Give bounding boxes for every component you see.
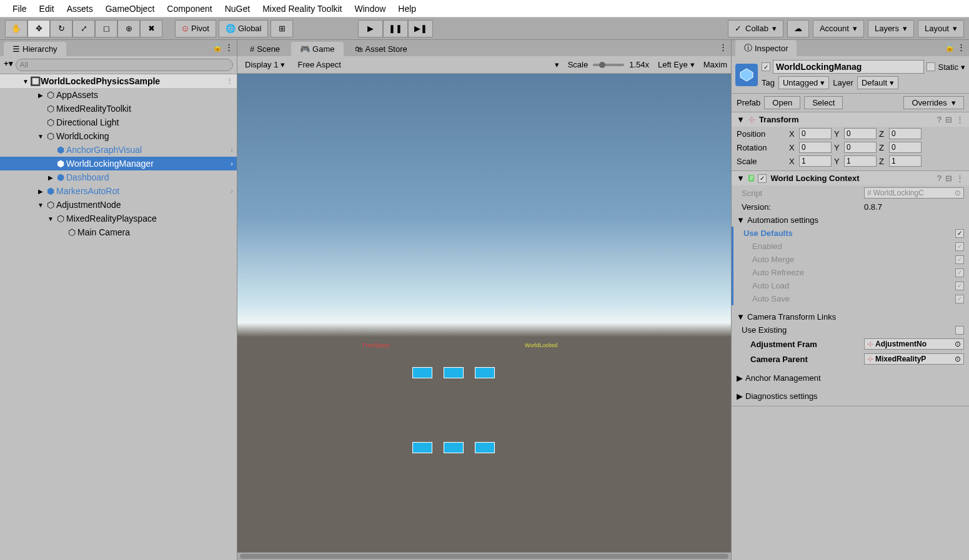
move-tool[interactable]: ✥ [27, 20, 50, 37]
global-toggle[interactable]: 🌐Global [219, 20, 269, 37]
enabled-checkbox[interactable]: ✓ [955, 242, 964, 251]
transform-header[interactable]: ▼⊹ Transform ?⊟⋮ [732, 112, 969, 127]
tree-markers[interactable]: ▶⬢MarkersAutoRot› [0, 184, 237, 198]
menu-assets[interactable]: Assets [61, 4, 99, 14]
aspect-dropdown[interactable]: Free Aspect▾ [294, 59, 562, 71]
autorefreeze-checkbox[interactable]: ✓ [955, 268, 964, 277]
play-button[interactable]: ▶ [358, 20, 383, 37]
toolbar: ✋ ✥ ↻ ⤢ ◻ ⊕ ✖ ⊙Pivot 🌐Global ⊞ ▶ ❚❚ ▶❚ ✓… [0, 17, 969, 40]
menu-icon[interactable]: ⋮ [956, 115, 964, 124]
hierarchy-search-input[interactable] [16, 59, 233, 71]
rot-z-input[interactable] [889, 142, 922, 153]
rot-x-input[interactable] [799, 142, 832, 153]
menu-icon[interactable]: ⋮ [956, 174, 964, 183]
autoload-checkbox[interactable]: ✓ [955, 282, 964, 290]
use-defaults-checkbox[interactable]: ✓ [955, 229, 964, 238]
static-checkbox[interactable] [927, 62, 935, 71]
collab-dropdown[interactable]: ✓ Collab ▾ [728, 20, 783, 37]
tree-camera[interactable]: ⬡Main Camera [0, 225, 237, 239]
prefab-select-button[interactable]: Select [804, 96, 843, 109]
lock-icon[interactable]: 🔒 [945, 42, 955, 52]
scene-root[interactable]: ▼🔲 WorldLockedPhysicsSample⋮ [0, 74, 237, 88]
tree-worldlocking[interactable]: ▼⬡WorldLocking [0, 129, 237, 143]
scale-slider[interactable] [593, 64, 624, 66]
assetstore-tab[interactable]: 🛍 Asset Store [346, 42, 416, 56]
menu-icon[interactable]: ⋮ [719, 42, 727, 52]
lock-icon[interactable]: 🔒 [212, 42, 222, 52]
eye-dropdown[interactable]: Left Eye ▾ [654, 59, 698, 71]
maximize-label[interactable]: Maxim [703, 60, 727, 69]
tree-adjnode[interactable]: ▼⬡AdjustmentNode [0, 198, 237, 212]
autosave-checkbox[interactable]: ✓ [955, 295, 964, 303]
pause-button[interactable]: ❚❚ [383, 20, 408, 37]
inspector-tab[interactable]: ⓘ Inspector [735, 40, 797, 56]
transform-tool[interactable]: ⊕ [117, 20, 140, 37]
active-checkbox[interactable]: ✓ [762, 62, 770, 71]
pos-y-input[interactable] [844, 128, 877, 139]
cam-parent-field[interactable]: ⊹MixedRealityP⊙ [864, 353, 964, 365]
preset-icon[interactable]: ⊟ [945, 115, 952, 124]
tree-playspace[interactable]: ▼⬡MixedRealityPlayspace [0, 212, 237, 225]
menu-file[interactable]: File [6, 4, 33, 14]
custom-tool[interactable]: ✖ [140, 20, 162, 37]
menu-component[interactable]: Component [161, 4, 218, 14]
use-existing-label: Use Existing [742, 325, 952, 335]
rot-y-input[interactable] [844, 142, 877, 153]
layer-dropdown[interactable]: Default ▾ [857, 76, 898, 89]
use-existing-checkbox[interactable] [955, 326, 964, 335]
automation-header[interactable]: ▼Automation settings [732, 214, 969, 227]
hand-tool[interactable]: ✋ [5, 20, 27, 37]
preset-icon[interactable]: ⊟ [945, 174, 952, 183]
wlc-enabled-checkbox[interactable]: ✓ [758, 174, 767, 183]
layout-dropdown[interactable]: Layout ▾ [918, 20, 964, 37]
menu-icon[interactable]: ⋮ [225, 42, 233, 52]
prefab-overrides-button[interactable]: Overrides ▾ [903, 96, 964, 109]
tree-dirlight[interactable]: ⬡Directional Light [0, 115, 237, 129]
gameobject-name-input[interactable] [773, 60, 924, 74]
tree-wlmanager[interactable]: ⬢WorldLockingManager› [0, 157, 237, 170]
camera-links-header[interactable]: ▼Camera Transform Links [732, 310, 969, 323]
snap-toggle[interactable]: ⊞ [271, 20, 293, 37]
anchor-mgmt-header[interactable]: ▶Anchor Management [732, 371, 969, 385]
pivot-toggle[interactable]: ⊙Pivot [175, 20, 216, 37]
menu-nuget[interactable]: NuGet [219, 4, 256, 14]
scale-z-input[interactable] [889, 155, 922, 167]
menu-gameobject[interactable]: GameObject [99, 4, 161, 14]
tree-appassets[interactable]: ▶⬡AppAssets [0, 88, 237, 102]
game-tab[interactable]: 🎮 Game [291, 42, 343, 56]
tree-mrtoolkit[interactable]: ⬡MixedRealityToolkit [0, 102, 237, 115]
display-dropdown[interactable]: Display 1 ▾ [241, 59, 289, 71]
scale-tool[interactable]: ⤢ [72, 20, 95, 37]
tag-dropdown[interactable]: Untagged▾ [778, 76, 829, 89]
help-icon[interactable]: ? [937, 115, 942, 124]
rect-tool[interactable]: ◻ [95, 20, 117, 37]
scale-x-input[interactable] [799, 155, 832, 167]
scene-tab[interactable]: # Scene [241, 42, 289, 56]
tag-label: Tag [762, 78, 775, 87]
menu-mrtoolkit[interactable]: Mixed Reality Toolkit [256, 4, 348, 14]
menu-icon[interactable]: ⋮ [957, 42, 965, 52]
menu-window[interactable]: Window [349, 4, 392, 14]
layers-dropdown[interactable]: Layers ▾ [868, 20, 914, 37]
autosave-label: Auto Save [752, 294, 952, 303]
tree-anchorgraph[interactable]: ⬢AnchorGraphVisual› [0, 143, 237, 157]
menu-help[interactable]: Help [392, 4, 422, 14]
tree-dashboard[interactable]: ▶⬢Dashboard [0, 170, 237, 184]
prefab-open-button[interactable]: Open [764, 96, 800, 109]
hierarchy-tab[interactable]: ☰ Hierarchy [4, 42, 66, 56]
automerge-checkbox[interactable]: ✓ [955, 255, 964, 264]
horizontal-scrollbar[interactable] [237, 553, 731, 560]
cloud-button[interactable]: ☁ [787, 20, 809, 37]
scale-y-input[interactable] [844, 155, 877, 167]
diagnostics-header[interactable]: ▶Diagnostics settings [732, 390, 969, 406]
help-icon[interactable]: ? [937, 174, 942, 183]
pos-x-input[interactable] [799, 128, 832, 139]
pos-z-input[interactable] [889, 128, 922, 139]
menu-edit[interactable]: Edit [33, 4, 61, 14]
account-dropdown[interactable]: Account ▾ [813, 20, 864, 37]
wlc-header[interactable]: ▼# ✓ World Locking Context ?⊟⋮ [732, 171, 969, 185]
create-dropdown[interactable]: +▾ [4, 59, 13, 71]
adj-frame-field[interactable]: ⊹AdjustmentNo⊙ [864, 338, 964, 350]
rotate-tool[interactable]: ↻ [50, 20, 72, 37]
step-button[interactable]: ▶❚ [408, 20, 433, 37]
